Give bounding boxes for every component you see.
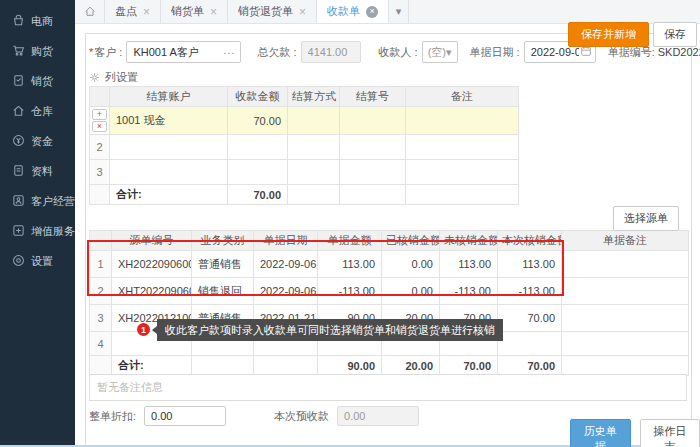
history-documents-button[interactable]: 历史单据: [570, 419, 631, 447]
tab-sales-return-order[interactable]: 销货退货单 ×: [228, 0, 317, 23]
settlement-method-cell[interactable]: [288, 107, 340, 135]
source-amount-cell: -113.00: [318, 278, 382, 305]
tab-close-circle-icon[interactable]: ×: [366, 6, 378, 18]
settlement-number-cell[interactable]: [340, 160, 406, 185]
settlement-header-empty: [90, 87, 110, 107]
source-total-writtenoff: 20.00: [382, 356, 440, 376]
prepayment-label: 本次预收款: [274, 409, 329, 424]
source-current-cell[interactable]: [498, 332, 562, 356]
settlement-row: + × 1001 现金 70.00: [90, 107, 519, 135]
tab-inventory-check[interactable]: 盘点 ×: [105, 0, 161, 23]
sidebar-item-label: 增值服务: [31, 224, 75, 239]
chevron-down-icon: ▾: [446, 46, 452, 59]
payee-value: (空): [428, 45, 446, 60]
settlement-amount-cell[interactable]: [228, 160, 288, 185]
settlement-remark-cell[interactable]: [406, 107, 519, 135]
annotation-badge: 1: [137, 323, 150, 336]
settlement-remark-cell[interactable]: [406, 160, 519, 185]
sidebar-item-funds[interactable]: 资金: [0, 126, 75, 156]
settlement-account-cell[interactable]: 1001 现金: [110, 107, 228, 135]
cart-icon: [12, 44, 25, 59]
sidebar-item-purchase[interactable]: 购货: [0, 36, 75, 66]
home-tab-button[interactable]: [75, 0, 105, 23]
settlement-number-cell[interactable]: [340, 107, 406, 135]
sidebar-item-ecommerce[interactable]: 电商: [0, 6, 75, 36]
discount-input[interactable]: [144, 406, 226, 426]
sidebar-item-label: 销货: [31, 74, 53, 89]
tab-label: 销货退货单: [238, 4, 293, 19]
tab-sales-order[interactable]: 销货单 ×: [161, 0, 228, 23]
source-remark-cell[interactable]: [562, 278, 689, 305]
source-amount-cell: 113.00: [318, 251, 382, 278]
sidebar-item-label: 设置: [31, 254, 53, 269]
source-current-cell[interactable]: 70.00: [498, 305, 562, 332]
source-total-current: 70.00: [498, 356, 562, 376]
source-type-cell: 销售退回: [192, 278, 254, 305]
settlement-header: 结算账户: [110, 87, 228, 107]
source-unwritten-cell: 113.00: [440, 251, 498, 278]
row-number: 2: [90, 278, 112, 305]
total-debt-label: 总欠款 :: [257, 45, 296, 60]
customer-picker-ellipsis-icon[interactable]: ...: [223, 44, 235, 56]
gear-icon: [89, 72, 100, 83]
tab-close-icon[interactable]: ×: [143, 6, 150, 18]
sidebar-item-value-added[interactable]: 增值服务: [0, 216, 75, 246]
tab-close-icon[interactable]: ×: [299, 6, 306, 18]
source-date-cell: 2022-09-06: [254, 278, 318, 305]
sidebar-item-data[interactable]: 资料: [0, 156, 75, 186]
source-header: 单据备注: [562, 231, 689, 251]
source-remark-cell[interactable]: [562, 305, 689, 332]
tab-label: 盘点: [115, 4, 137, 19]
sidebar-item-label: 资金: [31, 134, 53, 149]
operation-log-button[interactable]: 操作日志: [640, 419, 700, 447]
tab-label: 收款单: [327, 4, 360, 19]
save-button[interactable]: 保存: [653, 22, 697, 47]
source-type-cell: 普通销售: [192, 251, 254, 278]
settlement-amount-cell[interactable]: 70.00: [228, 107, 288, 135]
settlement-header: 结算号: [340, 87, 406, 107]
customer-label: 客户 :: [94, 45, 122, 60]
source-unwritten-cell: -113.00: [440, 278, 498, 305]
select-source-order-button[interactable]: 选择源单: [613, 206, 679, 231]
sidebar-item-label: 仓库: [31, 104, 53, 119]
doc-date-label: 单据日期 :: [470, 45, 520, 60]
sidebar-item-sales[interactable]: 销货: [0, 66, 75, 96]
source-current-cell[interactable]: -113.00: [498, 278, 562, 305]
shop-bag-icon: [12, 14, 25, 29]
row-number: 3: [90, 160, 110, 185]
settlement-amount-cell[interactable]: [228, 135, 288, 160]
settlement-method-cell[interactable]: [288, 160, 340, 185]
settlement-table: 结算账户 收款金额 结算方式 结算号 备注 + × 1001 现金 70.00 …: [89, 86, 519, 205]
sales-doc-icon: [12, 74, 25, 89]
add-row-button[interactable]: +: [92, 109, 107, 120]
save-and-new-button[interactable]: 保存并新增: [568, 22, 649, 47]
tab-list-dropdown[interactable]: ▾: [389, 0, 409, 23]
sidebar-item-warehouse[interactable]: 仓库: [0, 96, 75, 126]
row-number: 1: [90, 251, 112, 278]
settlement-header: 收款金额: [228, 87, 288, 107]
settlement-number-cell[interactable]: [340, 135, 406, 160]
settlement-header: 结算方式: [288, 87, 340, 107]
tab-receipt-order-active[interactable]: 收款单 ×: [317, 0, 389, 23]
settings-gear-icon: [12, 254, 25, 269]
settlement-account-cell[interactable]: [110, 135, 228, 160]
settlement-method-cell[interactable]: [288, 135, 340, 160]
delete-row-button[interactable]: ×: [92, 121, 107, 132]
source-current-cell[interactable]: 113.00: [498, 251, 562, 278]
settlement-row: 3: [90, 160, 519, 185]
tab-close-icon[interactable]: ×: [210, 6, 217, 18]
sidebar-item-label: 电商: [31, 14, 53, 29]
source-header: 已核销金额: [382, 231, 440, 251]
source-header: 单据日期: [254, 231, 318, 251]
source-remark-cell[interactable]: [562, 251, 689, 278]
settlement-account-cell[interactable]: [110, 160, 228, 185]
settlement-remark-cell[interactable]: [406, 135, 519, 160]
source-remark-cell[interactable]: [562, 332, 689, 356]
column-settings-button[interactable]: 列设置: [89, 70, 138, 85]
source-writtenoff-cell: 0.00: [382, 251, 440, 278]
sidebar-item-customer-mgmt[interactable]: 客户经营: [0, 186, 75, 216]
payee-select[interactable]: (空) ▾: [422, 41, 458, 63]
source-order-table: 源单编号 业务类别 单据日期 单据金额 已核销金额 未核销金额 本次核销金额 单…: [89, 230, 689, 376]
sidebar-item-settings[interactable]: 设置: [0, 246, 75, 276]
remarks-textarea[interactable]: [89, 374, 687, 401]
